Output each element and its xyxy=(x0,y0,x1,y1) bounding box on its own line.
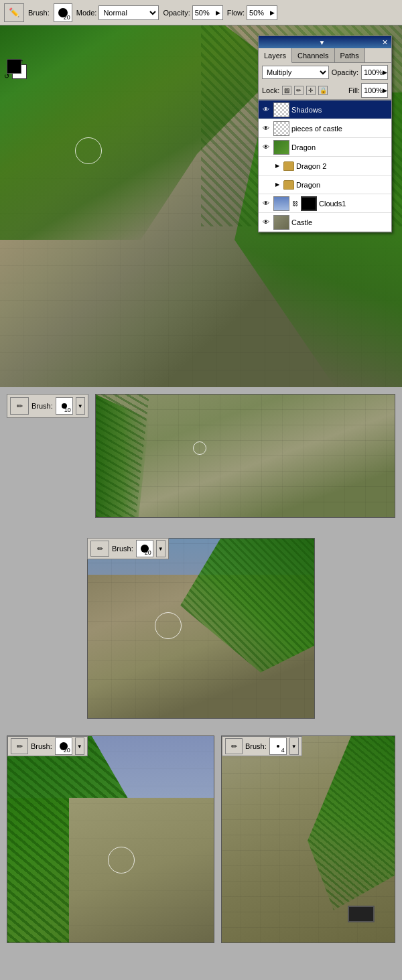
brush-preview-1[interactable]: 20 xyxy=(54,3,72,22)
opacity-label-layer: Opacity: xyxy=(332,68,358,76)
layer-eye-clouds[interactable]: 👁 xyxy=(261,198,271,209)
brush-arrow-4a[interactable]: ▼ xyxy=(75,738,84,755)
mask-chain-clouds: ⛓ xyxy=(292,200,298,207)
reset-icon[interactable]: ↺ xyxy=(4,72,9,80)
section3-canvas[interactable] xyxy=(87,538,315,719)
layer-row-castle[interactable]: 👁 Castle xyxy=(259,213,391,232)
expand-dragon2[interactable]: ▶ xyxy=(273,161,281,171)
layer-row-clouds[interactable]: 👁 ⛓ Clouds1 xyxy=(259,194,391,213)
brush-arrow-2[interactable]: ▼ xyxy=(76,397,85,415)
lock-position-btn[interactable]: ✛ xyxy=(306,86,316,95)
opacity-label: Opacity: xyxy=(163,9,190,17)
layer-thumb-clouds xyxy=(273,196,289,211)
opacity-box: 50% ▶ xyxy=(192,5,223,20)
layer-name-dragon2: Dragon 2 xyxy=(296,162,389,170)
layer-eye-castle[interactable]: 👁 xyxy=(261,217,271,228)
tab-layers[interactable]: Layers xyxy=(259,48,292,63)
lock-all-btn[interactable]: 🔒 xyxy=(318,86,328,95)
brush-arrow-3[interactable]: ▼ xyxy=(156,540,165,557)
brush-size-1: 20 xyxy=(64,14,70,21)
layer-eye-dragon-folder xyxy=(261,180,271,190)
opacity-group: Opacity: 50% ▶ xyxy=(163,5,222,20)
small-canvas-2[interactable] xyxy=(95,394,395,518)
layers-list: 👁 Shadows 👁 pieces of castle xyxy=(259,100,391,232)
brush-label-3: Brush: xyxy=(112,545,133,553)
flow-group: Flow: 50% ▶ xyxy=(227,5,277,20)
expand-dragon-folder[interactable]: ▶ xyxy=(273,180,281,190)
fill-label: Fill: xyxy=(348,86,360,94)
layer-row-shadows[interactable]: 👁 Shadows xyxy=(259,100,391,119)
mode-select[interactable]: Normal Multiply Screen xyxy=(98,5,159,20)
brush-label-4b: Brush: xyxy=(245,742,267,750)
fill-value-box: 100% ▶ xyxy=(361,83,388,98)
mode-group: Mode: Normal Multiply Screen xyxy=(76,5,159,20)
brush-tool-3[interactable]: ✏ xyxy=(90,541,109,557)
corner-toolbar-right: ✏ Brush: 4 ▼ xyxy=(222,736,302,756)
layer-thumb-castle xyxy=(273,215,289,230)
layer-mode-row: Multiply Normal Screen Opacity: 100% ▶ xyxy=(259,63,391,82)
blend-mode-select[interactable]: Multiply Normal Screen xyxy=(262,66,329,79)
section2: ✏ Brush: 10 ▼ xyxy=(0,387,402,528)
layer-opacity-value: 100% ▶ xyxy=(361,65,388,80)
opacity-value: 50% xyxy=(195,9,210,17)
layer-eye-dragon2 xyxy=(261,161,271,171)
brush-tool-btn[interactable]: ✏️ xyxy=(4,3,24,22)
layer-name-clouds: Clouds1 xyxy=(319,200,389,208)
brush-size-4b: 4 xyxy=(281,747,285,754)
tab-channels[interactable]: Channels xyxy=(292,48,334,62)
layer-name-castle: Castle xyxy=(291,218,389,226)
flow-arrow[interactable]: ▶ xyxy=(270,9,275,16)
flow-box: 50% ▶ xyxy=(247,5,277,20)
bottom-left-canvas[interactable]: ✏ Brush: 20 ▼ xyxy=(7,736,214,943)
opacity-arrow[interactable]: ▶ xyxy=(216,9,220,16)
layer-lock-row: Lock: ▨ ✏ ✛ 🔒 Fill: 100% ▶ xyxy=(259,82,391,100)
brush-preview-3[interactable]: 20 xyxy=(136,540,153,557)
fill-group: Fill: 100% ▶ xyxy=(348,83,388,98)
layer-row-dragon-folder[interactable]: ▶ Dragon xyxy=(259,176,391,194)
brush-label-2: Brush: xyxy=(31,402,53,410)
panel-menu-icon[interactable]: ▼ xyxy=(319,39,326,46)
bottom-right-canvas[interactable]: ✏ Brush: 4 ▼ xyxy=(221,736,395,943)
fg-swatch[interactable] xyxy=(7,59,21,74)
layer-name-pieces: pieces of castle xyxy=(291,125,389,133)
layer-eye-pieces[interactable]: 👁 xyxy=(261,123,271,134)
brush-tool-4a[interactable]: ✏ xyxy=(11,738,28,754)
layer-name-shadows: Shadows xyxy=(291,106,389,114)
brush-tool-2[interactable]: ✏ xyxy=(10,397,29,415)
layer-row-dragon2[interactable]: ▶ Dragon 2 xyxy=(259,157,391,176)
lock-transparent-btn[interactable]: ▨ xyxy=(282,86,291,95)
brush-arrow-4b[interactable]: ▼ xyxy=(289,738,299,755)
brush-preview-4b[interactable]: 4 xyxy=(269,738,287,755)
layer-eye-dragon[interactable]: 👁 xyxy=(261,142,271,153)
brush-size-3: 20 xyxy=(145,549,151,556)
brush-label-4a: Brush: xyxy=(31,742,52,750)
lock-pixels-btn[interactable]: ✏ xyxy=(294,86,304,95)
main-toolbar: ✏️ Brush: 20 Mode: Normal Multiply Scree… xyxy=(0,0,402,25)
layer-row-pieces[interactable]: 👁 pieces of castle xyxy=(259,119,391,138)
panel-close-btn[interactable]: ✕ xyxy=(382,38,388,47)
flow-value: 50% xyxy=(249,9,264,17)
brush-preview-2[interactable]: 10 xyxy=(56,397,73,415)
section3-inner: ✏ Brush: 20 ▼ xyxy=(87,538,315,719)
panel-tabs: Layers Channels Paths xyxy=(259,48,391,63)
layer-opacity-arrow[interactable]: ▶ xyxy=(383,69,387,76)
mode-label: Mode: xyxy=(76,9,97,17)
tab-paths[interactable]: Paths xyxy=(335,48,365,62)
brush-tool-4b[interactable]: ✏ xyxy=(225,738,243,754)
brush-preview-4a[interactable]: 20 xyxy=(55,738,72,755)
small-toolbar-2: ✏ Brush: 10 ▼ xyxy=(7,394,88,418)
layer-name-dragon-folder: Dragon xyxy=(296,181,389,189)
corner-toolbar-left: ✏ Brush: 20 ▼ xyxy=(7,736,88,756)
section3-toolbar: ✏ Brush: 20 ▼ xyxy=(87,538,169,559)
layer-row-dragon[interactable]: 👁 Dragon xyxy=(259,138,391,157)
lock-label: Lock: xyxy=(262,86,279,94)
section3: ✏ Brush: 20 ▼ xyxy=(0,528,402,729)
layer-eye-shadows[interactable]: 👁 xyxy=(261,104,271,115)
folder-icon-dragon2 xyxy=(283,161,294,171)
flow-label: Flow: xyxy=(227,9,245,17)
fill-arrow[interactable]: ▶ xyxy=(383,87,387,94)
brush-size-4a: 20 xyxy=(64,747,70,754)
section4: ✏ Brush: 20 ▼ ✏ Brush: 4 ▼ xyxy=(0,729,402,952)
color-swatches: ⇌ ↺ xyxy=(5,58,39,91)
layer-thumb-pieces xyxy=(273,121,289,136)
